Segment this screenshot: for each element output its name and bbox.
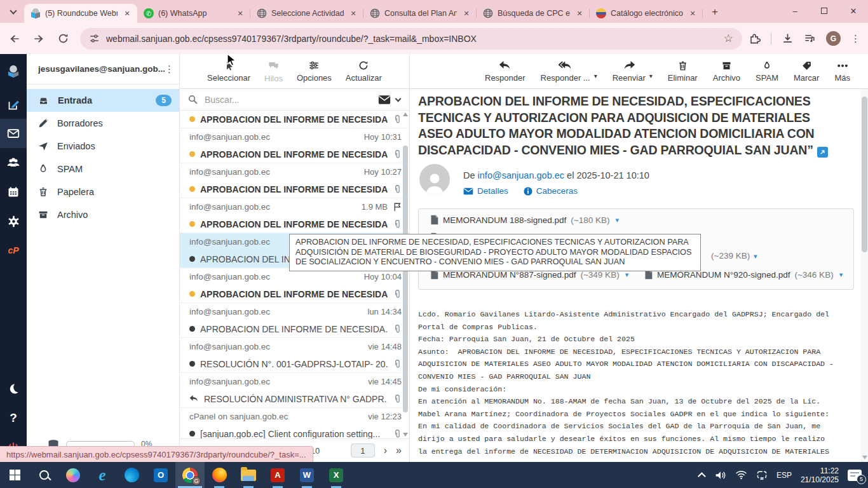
chrome-button[interactable]: G [175, 462, 205, 488]
back-button[interactable] [5, 29, 24, 48]
tab-close-icon[interactable]: ✕ [348, 8, 358, 18]
edge-button[interactable] [117, 462, 146, 488]
compose-icon[interactable] [0, 90, 27, 119]
notifications-icon[interactable]: 5 [848, 470, 862, 481]
contacts-icon[interactable] [0, 148, 27, 177]
tab-close-icon[interactable]: ✕ [688, 8, 698, 18]
scroll-up-icon[interactable] [403, 112, 408, 116]
url-text[interactable]: webmail.sanjuan.gob.ec/cpsess9740179367/… [106, 34, 719, 44]
site-settings-icon[interactable] [89, 33, 100, 44]
list-item[interactable]: info@sanjuan.gob.ecHoy 10:31 APROBACION … [180, 128, 409, 163]
tray-expand-icon[interactable] [698, 472, 706, 480]
delete-button[interactable]: Eliminar [668, 60, 698, 83]
reload-button[interactable] [53, 29, 72, 48]
tab-close-icon[interactable]: ✕ [235, 8, 245, 18]
scrollbar-thumb[interactable] [862, 97, 867, 252]
list-item[interactable]: info@sanjuan.gob.ecvie 14:48 RESOLUCIÓN … [180, 337, 409, 372]
attachment-item[interactable]: MEMORANDUM 188-signed.pdf (~180 KB) ▾ [430, 215, 619, 225]
word-button[interactable]: W [292, 462, 322, 488]
spam-button[interactable]: SPAM [756, 60, 778, 83]
attachment-menu-caret-icon[interactable]: ▾ [625, 271, 629, 279]
minimize-button[interactable]: – [780, 0, 810, 22]
sidebar-item-drafts[interactable]: Borradores [27, 112, 179, 135]
wifi-icon[interactable] [735, 470, 747, 480]
attachment-menu-caret-icon[interactable]: ▾ [616, 216, 620, 224]
threads-button[interactable]: Hilos [264, 60, 283, 83]
scroll-down-icon[interactable] [403, 433, 408, 437]
sidebar-item-archive[interactable]: Archivo [27, 203, 179, 226]
tab-consulta-plan[interactable]: Consulta del Plan Anu ✕ [363, 4, 477, 23]
mark-button[interactable]: Marcar [794, 60, 819, 83]
list-item[interactable]: cPanel on sanjuan.gob.ecvie 12:23 [sanju… [180, 407, 409, 438]
clock[interactable]: 11:22 21/10/2025 [801, 466, 839, 484]
tab-close-icon[interactable]: ✕ [461, 8, 471, 18]
list-item[interactable]: APROBACION DEL INFORME DE NECESIDA... [180, 111, 409, 128]
sidebar-item-sent[interactable]: Enviados [27, 135, 179, 158]
calendar-icon[interactable] [0, 177, 27, 207]
tab-catalogo[interactable]: Catálogo electrónico ✕ [590, 4, 703, 23]
mail-icon[interactable] [0, 119, 27, 148]
forward-button[interactable] [29, 29, 48, 48]
excel-button[interactable]: X [322, 462, 351, 488]
keyboard-language[interactable]: ESP [776, 471, 792, 480]
last-page-button[interactable]: » [396, 445, 402, 456]
list-item[interactable]: info@sanjuan.gob.ecHoy 10:04 APROBACION … [180, 268, 409, 302]
sidebar-item-inbox[interactable]: Entrada 5 [27, 89, 179, 112]
url-bar[interactable]: webmail.sanjuan.gob.ec/cpsess9740179367/… [80, 28, 742, 50]
acrobat-button[interactable]: A [263, 462, 292, 488]
extensions-icon[interactable] [749, 32, 761, 44]
archive-button[interactable]: Archivo [713, 60, 740, 83]
headers-link[interactable]: Cabeceras [524, 186, 578, 196]
browser-menu-icon[interactable]: ⋮ [851, 33, 860, 44]
scrollbar-thumb[interactable] [403, 146, 408, 412]
downloads-icon[interactable] [782, 32, 794, 44]
settings-gear-icon[interactable] [0, 207, 27, 236]
bookmark-star-icon[interactable]: ☆ [724, 32, 733, 45]
list-item[interactable]: info@sanjuan.gob.eclun 14:34 APROBACION … [180, 302, 409, 337]
scroll-down-icon[interactable] [862, 456, 867, 459]
restore-button[interactable] [810, 0, 839, 22]
sender-email-link[interactable]: info@sanjuan.gob.ec [478, 170, 564, 180]
firefox-button[interactable] [205, 462, 234, 488]
reply-button[interactable]: Responder [485, 60, 526, 83]
profile-avatar[interactable]: G [826, 31, 841, 46]
help-icon[interactable]: ? [0, 403, 27, 433]
tab-busqueda-cpc[interactable]: Búsqueda de CPC en ✕ [477, 4, 590, 23]
copilot-button[interactable] [58, 462, 88, 488]
options-button[interactable]: Opciones [297, 60, 332, 83]
dark-mode-moon-icon[interactable] [0, 374, 27, 403]
list-scrollbar[interactable] [402, 112, 409, 437]
tab-roundcube[interactable]: (5) Roundcube Webm ✕ [24, 4, 137, 23]
sidebar-item-spam[interactable]: SPAM [27, 158, 179, 180]
forward-button[interactable]: Reenviar [613, 60, 646, 83]
list-item[interactable]: info@sanjuan.gob.ec1.9 MB APROBACION DEL… [180, 198, 409, 233]
tab-seleccione-actividad[interactable]: Seleccione Actividad ✕ [250, 4, 363, 23]
refresh-button[interactable]: Actualizar [346, 60, 382, 83]
tab-whatsapp[interactable]: ✆ (6) WhatsApp ✕ [137, 4, 250, 23]
page-number-input[interactable]: 1 [351, 444, 375, 458]
forward-caret-icon[interactable]: ▾ [649, 72, 653, 79]
search-scope-icon[interactable] [378, 95, 391, 105]
tab-close-icon[interactable]: ✕ [574, 8, 585, 18]
tab-close-icon[interactable]: ✕ [122, 8, 132, 18]
reply-all-button[interactable]: Responder ... [541, 60, 590, 83]
flag-icon[interactable] [393, 202, 402, 212]
open-external-icon[interactable] [817, 147, 828, 158]
new-tab-button[interactable]: + [707, 4, 723, 20]
details-link[interactable]: Detalles [463, 186, 508, 196]
list-item[interactable]: info@sanjuan.gob.ecvie 14:45 RESOLUCIÓN … [180, 372, 409, 407]
sidebar-item-trash[interactable]: Papelera [27, 180, 179, 203]
list-item[interactable]: info@sanjuan.gob.ecHoy 10:27 APROBACION … [180, 163, 409, 198]
taskbar-search-button[interactable] [29, 462, 58, 488]
search-input[interactable] [203, 94, 373, 105]
close-button[interactable]: ✕ [839, 0, 868, 22]
account-menu-icon[interactable]: ⋮ [165, 64, 174, 75]
media-list-icon[interactable] [804, 32, 816, 44]
message-scrollbar[interactable] [861, 89, 868, 462]
cpanel-icon[interactable]: cP [0, 236, 27, 265]
volume-icon[interactable] [715, 470, 726, 480]
attachment-menu-caret-icon[interactable]: ▾ [754, 252, 757, 260]
chevron-down-icon[interactable] [395, 95, 402, 102]
internet-explorer-button[interactable]: e [88, 462, 117, 488]
outlook-button[interactable]: O [146, 462, 175, 488]
